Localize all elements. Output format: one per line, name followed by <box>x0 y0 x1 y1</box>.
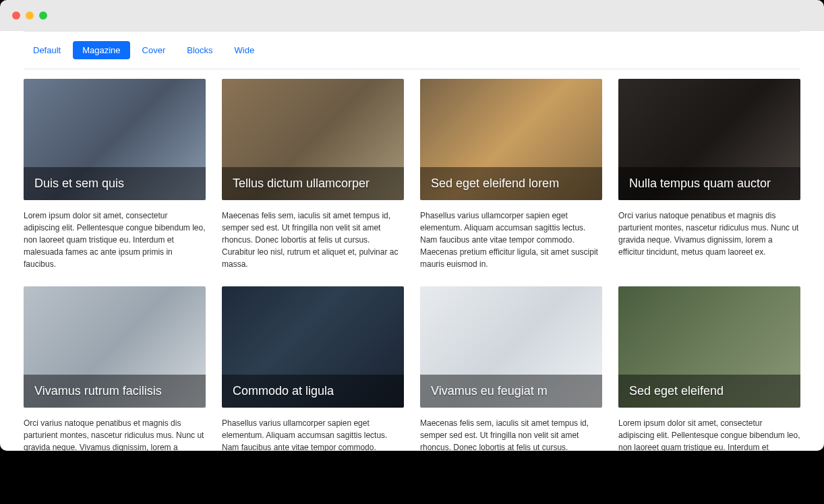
article-card[interactable]: Nulla tempus quam auctor Orci varius nat… <box>618 79 800 270</box>
tab-wide[interactable]: Wide <box>225 41 264 59</box>
card-excerpt: Maecenas felis sem, iaculis sit amet tem… <box>420 417 602 451</box>
card-title: Tellus dictum ullamcorper <box>233 177 393 191</box>
browser-chrome <box>0 0 824 31</box>
card-excerpt: Phasellus varius ullamcorper sapien eget… <box>420 210 602 270</box>
card-image: Nulla tempus quam auctor <box>618 79 800 200</box>
card-title-overlay: Nulla tempus quam auctor <box>618 167 800 200</box>
card-title-overlay: Sed eget eleifend lorem <box>420 167 602 200</box>
card-excerpt: Phasellus varius ullamcorper sapien eget… <box>222 417 404 451</box>
article-card[interactable]: Vivamus eu feugiat m Maecenas felis sem,… <box>420 286 602 451</box>
card-image: Duis et sem quis <box>24 79 206 200</box>
card-title: Vivamus eu feugiat m <box>431 384 591 398</box>
article-card[interactable]: Tellus dictum ullamcorper Maecenas felis… <box>222 79 404 270</box>
card-title-overlay: Tellus dictum ullamcorper <box>222 167 404 200</box>
tab-cover[interactable]: Cover <box>133 41 175 59</box>
article-card[interactable]: Duis et sem quis Lorem ipsum dolor sit a… <box>24 79 206 270</box>
article-card[interactable]: Commodo at ligula Phasellus varius ullam… <box>222 286 404 451</box>
card-image: Vivamus rutrum facilisis <box>24 286 206 408</box>
card-title: Nulla tempus quam auctor <box>629 177 790 191</box>
card-image: Sed eget eleifend <box>618 286 800 408</box>
article-card[interactable]: Vivamus rutrum facilisis Orci varius nat… <box>24 286 206 451</box>
card-excerpt: Orci varius natoque penatibus et magnis … <box>24 417 206 451</box>
card-image: Sed eget eleifend lorem <box>420 79 602 200</box>
article-card[interactable]: Sed eget eleifend lorem Phasellus varius… <box>420 79 602 270</box>
window-close-button[interactable] <box>12 11 20 20</box>
window-minimize-button[interactable] <box>26 11 34 20</box>
card-excerpt: Maecenas felis sem, iaculis sit amet tem… <box>222 210 404 270</box>
card-title-overlay: Vivamus eu feugiat m <box>420 375 602 408</box>
card-title: Sed eget eleifend <box>629 384 790 398</box>
card-title: Commodo at ligula <box>233 384 393 398</box>
tab-default[interactable]: Default <box>24 41 70 59</box>
content-area: Default Magazine Cover Blocks Wide Duis … <box>0 31 824 451</box>
card-title: Duis et sem quis <box>34 177 195 191</box>
card-excerpt: Lorem ipsum dolor sit amet, consectetur … <box>618 417 800 451</box>
card-image: Commodo at ligula <box>222 286 404 408</box>
card-title: Sed eget eleifend lorem <box>431 177 591 191</box>
card-title-overlay: Vivamus rutrum facilisis <box>24 375 206 408</box>
card-grid: Duis et sem quis Lorem ipsum dolor sit a… <box>24 79 800 451</box>
card-title-overlay: Duis et sem quis <box>24 167 206 200</box>
tab-magazine[interactable]: Magazine <box>73 41 129 59</box>
card-excerpt: Orci varius natoque penatibus et magnis … <box>618 210 800 258</box>
article-card[interactable]: Sed eget eleifend Lorem ipsum dolor sit … <box>618 286 800 451</box>
window-maximize-button[interactable] <box>39 11 47 20</box>
tabs-nav: Default Magazine Cover Blocks Wide <box>24 31 800 69</box>
card-image: Tellus dictum ullamcorper <box>222 79 404 200</box>
card-image: Vivamus eu feugiat m <box>420 286 602 408</box>
card-excerpt: Lorem ipsum dolor sit amet, consectetur … <box>24 210 206 270</box>
tab-blocks[interactable]: Blocks <box>177 41 222 59</box>
card-title-overlay: Sed eget eleifend <box>618 375 800 408</box>
card-title: Vivamus rutrum facilisis <box>34 384 195 398</box>
card-title-overlay: Commodo at ligula <box>222 375 404 408</box>
